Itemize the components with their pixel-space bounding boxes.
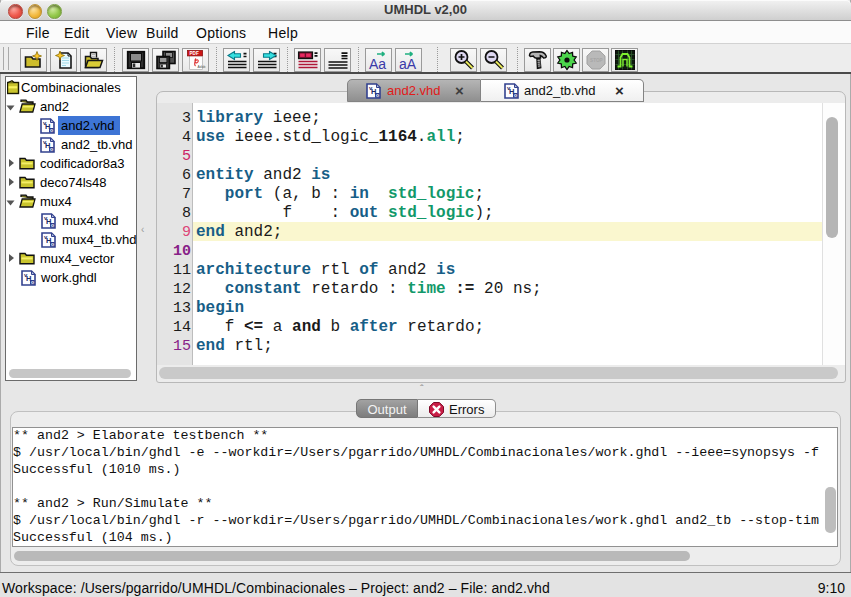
svg-text:o: o [376,92,379,98]
svg-text:Adobe: Adobe [197,65,205,69]
svg-text:o: o [514,92,517,98]
svg-text:o: o [51,222,54,228]
svg-text:STOP: STOP [590,58,602,63]
svg-text:o: o [50,146,53,152]
svg-text:Aa: Aa [369,56,386,71]
svg-text:o: o [50,127,53,133]
svg-text:o: o [51,241,54,247]
svg-text:o: o [31,279,34,285]
svg-text:aA: aA [399,56,417,71]
svg-text:PDF: PDF [189,51,198,56]
